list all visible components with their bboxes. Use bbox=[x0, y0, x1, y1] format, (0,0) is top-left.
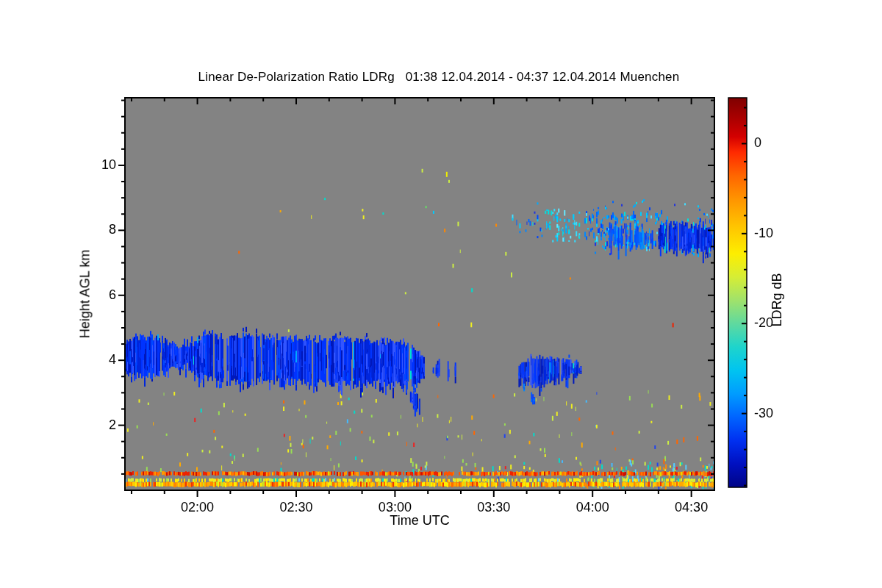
y-tick-label: 8 bbox=[74, 222, 116, 237]
y-tick-label: 4 bbox=[74, 352, 116, 368]
x-tick-label: 03:00 bbox=[379, 500, 412, 515]
ldr-time-height-plot: Linear De-Polarization Ratio LDRg 01:38 … bbox=[0, 0, 882, 588]
colorbar-tick-label: -10 bbox=[754, 226, 773, 241]
x-tick-label: 03:30 bbox=[477, 500, 510, 515]
x-tick-label: 02:30 bbox=[279, 500, 312, 515]
x-tick-label: 04:00 bbox=[576, 500, 609, 515]
x-tick-label: 02:00 bbox=[181, 500, 214, 515]
y-tick-label: 10 bbox=[74, 157, 116, 173]
y-tick-label: 6 bbox=[74, 287, 116, 303]
chart-title: Linear De-Polarization Ratio LDRg 01:38 … bbox=[198, 70, 680, 85]
x-axis-label: Time UTC bbox=[390, 513, 449, 528]
colorbar-tick-label: 0 bbox=[754, 135, 761, 151]
y-tick-label: 2 bbox=[74, 417, 116, 433]
colorbar-tick-label: -20 bbox=[754, 315, 773, 331]
x-tick-label: 04:30 bbox=[675, 500, 708, 515]
colorbar-tick-label: -30 bbox=[754, 406, 773, 421]
plot-canvas bbox=[0, 0, 882, 588]
